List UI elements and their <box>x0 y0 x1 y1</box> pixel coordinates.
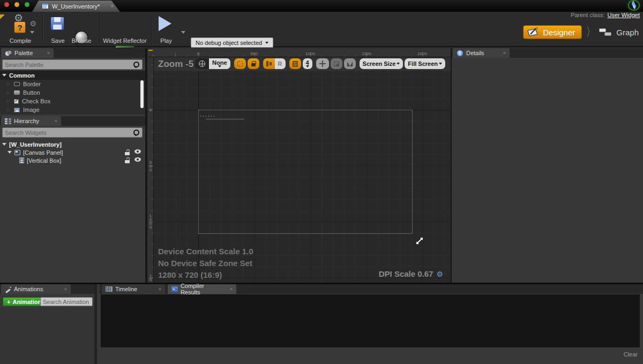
flip-preview-button[interactable] <box>344 58 356 69</box>
play-button[interactable] <box>159 16 171 31</box>
play-options-caret-icon[interactable] <box>181 31 185 34</box>
preview-background-button[interactable] <box>331 58 342 69</box>
ruler-tick-label: 15 <box>148 274 153 282</box>
play-label: Play <box>160 37 171 44</box>
chevron-down-icon <box>306 65 309 67</box>
compiler-output-area[interactable] <box>101 294 640 347</box>
close-icon[interactable]: × <box>49 118 57 124</box>
design-canvas[interactable]: Zoom -5 None <box>154 57 451 283</box>
lock-icon[interactable] <box>125 157 130 163</box>
mirror-icon <box>347 61 353 66</box>
compiler-results-tab[interactable]: >_ Compiler Results × <box>168 284 236 294</box>
save-label: Save <box>51 37 64 44</box>
debug-object-dropdown[interactable]: No debug object selected <box>191 37 273 48</box>
hierarchy-tab[interactable]: Hierarchy × <box>1 116 61 126</box>
chevron-down-icon <box>218 65 221 67</box>
palette-item-image[interactable]: ☆ Image <box>0 105 145 114</box>
chevron-down-icon <box>439 63 442 65</box>
transform-mode-button[interactable] <box>316 58 329 69</box>
r-toggle-label: R <box>278 60 282 67</box>
animation-search[interactable] <box>40 297 93 306</box>
vertical-box-content-line <box>206 119 244 119</box>
palette-item-border[interactable]: ☆ Border <box>0 80 145 88</box>
move-arrows-icon <box>319 60 326 67</box>
palette-tab-label: Palette <box>14 50 33 56</box>
favorite-star-icon[interactable]: ☆ <box>5 98 11 104</box>
layout-mode-button[interactable] <box>263 58 275 69</box>
hierarchy-tab-label: Hierarchy <box>14 118 39 124</box>
add-animation-button[interactable]: + Animation <box>3 297 46 306</box>
canvas-panel-icon <box>14 150 20 155</box>
hierarchy-row-canvas-panel[interactable]: [Canvas Panel] <box>0 148 145 156</box>
expand-arrow-icon[interactable] <box>8 151 12 154</box>
ruler-tick-label: 500 <box>250 51 257 56</box>
vertical-box-icon <box>19 157 24 163</box>
close-window-icon[interactable] <box>4 2 9 7</box>
animations-list-area[interactable] <box>0 308 94 364</box>
save-button[interactable] <box>50 17 64 31</box>
fill-screen-dropdown[interactable]: Fill Screen <box>405 58 445 69</box>
clear-button[interactable]: Clear <box>624 351 638 358</box>
horizontal-ruler: 0 500 1000 1500 2000 <box>147 51 451 57</box>
compile-label: Compile <box>10 37 31 44</box>
palette-tab[interactable]: Palette × <box>1 48 54 58</box>
hierarchy-search-input[interactable] <box>3 128 134 137</box>
favorite-star-icon[interactable]: ☆ <box>5 107 11 112</box>
document-tab-close-icon[interactable]: × <box>110 4 114 9</box>
panel-corner-accent <box>0 14 5 19</box>
plus-icon: + <box>7 299 10 305</box>
debug-object-value: No debug object selected <box>196 40 262 46</box>
tutorial-hint-icon[interactable] <box>628 0 640 11</box>
graph-mode-button[interactable]: Graph <box>599 27 639 37</box>
lock-widgets-button[interactable] <box>248 58 259 69</box>
palette-scrollbar[interactable] <box>140 80 144 108</box>
grid-snap-toggle[interactable] <box>289 58 301 69</box>
animations-tab[interactable]: Animations × <box>1 284 71 294</box>
outline-toggle-button[interactable] <box>234 58 246 69</box>
lock-icon[interactable] <box>125 149 130 155</box>
close-icon[interactable]: × <box>225 286 233 292</box>
palette-item-check-box[interactable]: ☆ Check Box <box>0 97 145 105</box>
favorite-star-icon[interactable]: ☆ <box>5 81 11 87</box>
close-icon[interactable]: × <box>153 286 161 292</box>
bottom-panel: Animations × + Animation Timeline × <box>0 284 643 364</box>
zoom-window-icon[interactable] <box>25 2 29 7</box>
close-icon[interactable]: × <box>59 286 67 292</box>
palette-item-list: ☆ Border ☆ Button ☆ Check Box ☆ Image <box>0 80 145 115</box>
designer-mode-button[interactable]: Designer <box>523 25 582 39</box>
expand-arrow-icon[interactable] <box>2 143 6 146</box>
respect-locks-toggle[interactable]: R <box>275 58 286 69</box>
graduation-cap-icon <box>631 2 637 9</box>
screen-size-dropdown[interactable]: Screen Size <box>360 58 403 69</box>
favorite-star-icon[interactable]: ☆ <box>5 90 11 95</box>
visibility-eye-icon[interactable] <box>134 157 141 162</box>
palette-item-button[interactable]: ☆ Button <box>0 88 145 97</box>
close-icon[interactable]: × <box>498 50 506 56</box>
palette-search[interactable] <box>2 59 143 70</box>
visibility-eye-icon[interactable] <box>134 149 141 154</box>
anchor-dropdown[interactable]: None <box>209 58 230 69</box>
grid-snap-size-dropdown[interactable]: 4 <box>303 58 312 69</box>
left-panel-column: Palette × Common ☆ Border ☆ Button <box>0 48 145 283</box>
grid-icon <box>293 61 298 67</box>
timeline-tab-label: Timeline <box>115 286 137 292</box>
parent-class-label: Parent class: <box>571 12 605 18</box>
dpi-settings-gear-icon[interactable]: ⚙ <box>436 270 443 278</box>
device-content-scale-label: Device Content Scale 1.0 <box>158 246 253 257</box>
design-area-outline[interactable] <box>198 110 413 234</box>
close-icon[interactable]: × <box>42 50 50 56</box>
hierarchy-row-vertical-box[interactable]: [Vertical Box] <box>0 156 145 164</box>
compile-options-caret-icon[interactable] <box>30 31 34 34</box>
timeline-tab[interactable]: Timeline × <box>102 284 165 294</box>
hierarchy-search[interactable] <box>2 127 143 138</box>
localization-preview-button[interactable] <box>195 58 209 69</box>
palette-category-common[interactable]: Common <box>0 71 145 80</box>
details-tab[interactable]: i Details × <box>453 48 510 58</box>
vertical-box-outline[interactable] <box>200 116 215 117</box>
document-tab[interactable]: W_UserInventory* × <box>32 1 120 12</box>
editor-mode-switcher: Designer 〉 Graph <box>523 24 639 41</box>
palette-search-input[interactable] <box>3 60 134 69</box>
parent-class-link[interactable]: User Widget <box>607 12 640 18</box>
minimize-window-icon[interactable] <box>14 2 19 7</box>
hierarchy-row-root[interactable]: [W_UserInventory] <box>0 140 145 148</box>
